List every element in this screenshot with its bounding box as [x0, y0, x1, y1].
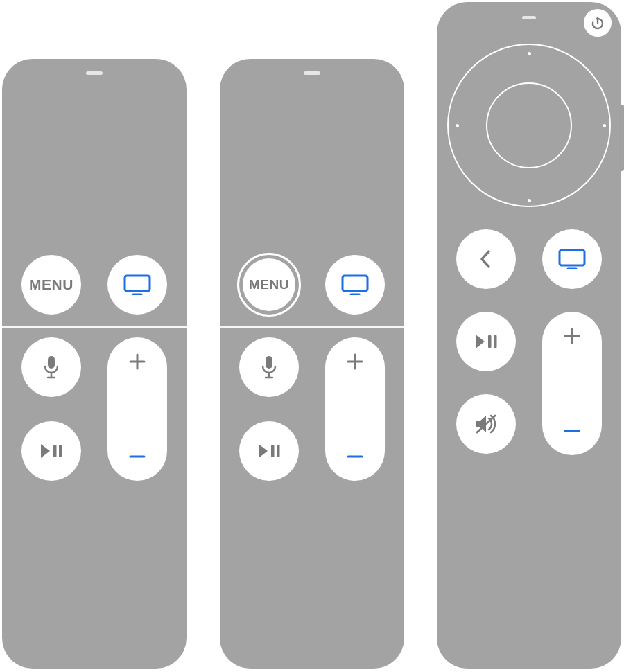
- siri-mic-button[interactable]: [239, 337, 299, 397]
- tv-button[interactable]: [325, 255, 385, 315]
- clickpad-dot-left: [456, 124, 459, 127]
- siri-remote-gen1: MENU: [2, 59, 187, 669]
- minus-icon: [563, 422, 581, 440]
- speaker-slot: [304, 71, 320, 75]
- apple-tv-remote-gen1-ring: MENU: [220, 59, 404, 669]
- volume-rocker[interactable]: [107, 337, 167, 481]
- svg-rect-15: [271, 445, 275, 457]
- tv-button[interactable]: [542, 229, 602, 289]
- menu-button[interactable]: MENU: [243, 258, 295, 311]
- back-button[interactable]: [456, 229, 516, 289]
- tv-icon: [558, 249, 586, 269]
- plus-icon: [563, 327, 581, 345]
- svg-rect-24: [488, 335, 492, 348]
- power-icon: [591, 16, 605, 30]
- menu-button[interactable]: MENU: [21, 255, 81, 315]
- svg-rect-0: [125, 276, 150, 291]
- microphone-icon: [44, 355, 59, 379]
- menu-label: MENU: [249, 277, 289, 292]
- power-button[interactable]: [584, 9, 612, 37]
- siri-side-button[interactable]: [620, 105, 624, 171]
- clickpad-dot-right: [603, 124, 606, 127]
- diagram-three-remotes: MENU: [0, 0, 624, 672]
- minus-icon: [346, 448, 364, 466]
- chevron-left-icon: [479, 249, 493, 269]
- speaker-mute-icon: [474, 414, 498, 434]
- tv-icon: [123, 274, 151, 295]
- svg-rect-22: [560, 250, 584, 265]
- clickpad-dot-up: [528, 52, 531, 55]
- svg-rect-16: [277, 445, 280, 457]
- siri-mic-button[interactable]: [21, 337, 81, 397]
- svg-rect-6: [59, 445, 62, 457]
- svg-rect-10: [343, 276, 367, 291]
- play-pause-icon: [474, 333, 498, 350]
- clickpad-dot-down: [528, 199, 531, 202]
- play-pause-button[interactable]: [21, 421, 81, 481]
- svg-rect-12: [266, 356, 272, 369]
- touch-surface-divider: [2, 326, 187, 328]
- microphone-icon: [261, 355, 277, 379]
- clickpad-ring[interactable]: [447, 44, 611, 207]
- speaker-slot: [522, 16, 536, 19]
- play-pause-icon: [257, 443, 281, 459]
- svg-rect-25: [494, 335, 497, 348]
- minus-icon: [128, 448, 146, 466]
- volume-rocker[interactable]: [542, 312, 602, 455]
- play-pause-icon: [40, 443, 63, 459]
- plus-icon: [346, 353, 364, 371]
- touch-surface-divider: [220, 326, 404, 328]
- mute-button[interactable]: [456, 394, 516, 454]
- volume-rocker[interactable]: [325, 337, 385, 481]
- speaker-slot: [86, 71, 103, 75]
- tv-icon: [341, 274, 369, 295]
- siri-remote-gen2: [437, 2, 621, 669]
- play-pause-button[interactable]: [239, 421, 299, 481]
- menu-label: MENU: [29, 276, 73, 293]
- tv-button[interactable]: [107, 255, 167, 315]
- clickpad-center[interactable]: [486, 82, 572, 168]
- plus-icon: [128, 353, 146, 371]
- svg-rect-2: [48, 356, 55, 369]
- play-pause-button[interactable]: [456, 312, 516, 371]
- svg-rect-5: [53, 445, 57, 457]
